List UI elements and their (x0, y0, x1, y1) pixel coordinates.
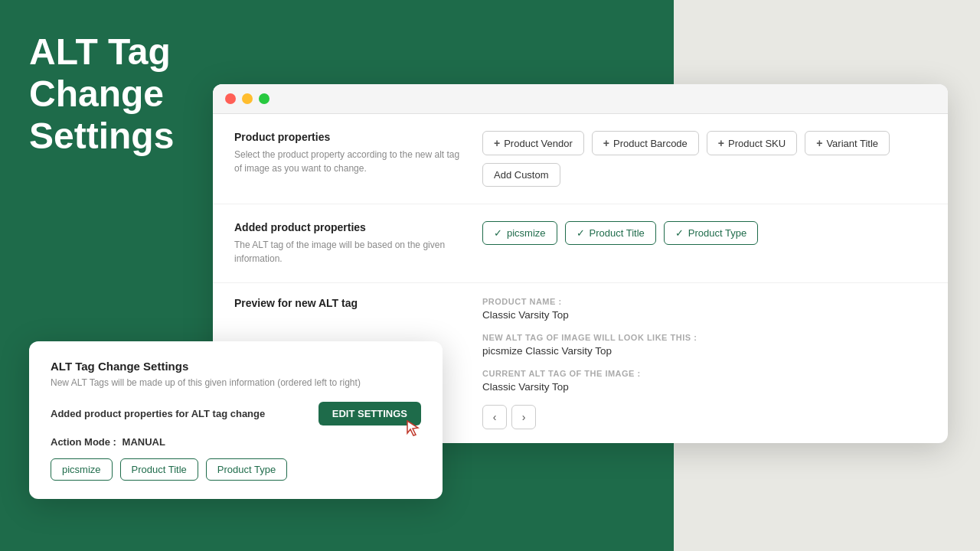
product-name-block: PRODUCT NAME : Classic Varsity Top (482, 297, 926, 321)
maximize-dot[interactable] (259, 93, 270, 104)
card-row-label: Added product properties for ALT tag cha… (51, 408, 265, 419)
product-properties-heading: Product properties (234, 131, 464, 143)
add-product-vendor-button[interactable]: + Product Vendor (482, 131, 584, 155)
add-custom-button[interactable]: Add Custom (482, 163, 560, 187)
overlay-description: New ALT Tags will be made up of this giv… (51, 377, 421, 388)
product-properties-section: Product properties Select the product pr… (213, 114, 948, 204)
preview-heading: Preview for new ALT tag (234, 297, 464, 309)
check-icon: ✓ (577, 227, 585, 239)
overlay-tag-picsmize[interactable]: picsmize (51, 458, 113, 481)
preview-label: Preview for new ALT tag (234, 297, 464, 309)
action-mode-value: MANUAL (122, 436, 165, 448)
added-properties-label: Added product properties The ALT tag of … (234, 221, 464, 266)
action-mode-row: Action Mode : MANUAL (51, 436, 421, 448)
add-product-barcode-button[interactable]: + Product Barcode (592, 131, 699, 155)
check-icon: ✓ (494, 227, 502, 239)
plus-icon: + (603, 137, 609, 149)
current-alt-label: CURRENT ALT TAG OF THE IMAGE : (482, 369, 926, 378)
edit-settings-button[interactable]: EDIT SETTINGS (318, 402, 421, 425)
card-header-row: Added product properties for ALT tag cha… (51, 402, 421, 425)
product-name-label: PRODUCT NAME : (482, 297, 926, 306)
tag-product-title[interactable]: ✓ Product Title (565, 221, 656, 245)
product-properties-description: Select the product property according to… (234, 148, 464, 175)
overlay-title: ALT Tag Change Settings (51, 360, 421, 373)
overlay-tag-product-title[interactable]: Product Title (120, 458, 198, 481)
product-properties-label: Product properties Select the product pr… (234, 131, 464, 175)
new-alt-block: NEW ALT TAG OF IMAGE WILL LOOK LIKE THIS… (482, 333, 926, 357)
pagination: ‹ › (482, 405, 926, 429)
overlay-card: ALT Tag Change Settings New ALT Tags wil… (29, 341, 443, 499)
check-icon: ✓ (675, 227, 684, 239)
tag-picsmize[interactable]: ✓ picsmize (482, 221, 557, 245)
plus-icon: + (494, 137, 500, 149)
overlay-tags-row: picsmize Product Title Product Type (51, 458, 421, 481)
hero-title: ALT Tag Change Settings (29, 31, 228, 158)
current-alt-value: Classic Varsity Top (482, 381, 926, 393)
preview-content: PRODUCT NAME : Classic Varsity Top NEW A… (482, 297, 926, 429)
add-product-sku-button[interactable]: + Product SKU (707, 131, 797, 155)
tag-product-type[interactable]: ✓ Product Type (664, 221, 758, 245)
overlay-tag-product-type[interactable]: Product Type (206, 458, 287, 481)
minimize-dot[interactable] (242, 93, 253, 104)
plus-icon: + (718, 137, 724, 149)
prev-page-button[interactable]: ‹ (482, 405, 507, 429)
added-properties-heading: Added product properties (234, 221, 464, 233)
product-properties-content: + Product Vendor + Product Barcode + Pro… (482, 131, 926, 187)
new-alt-label: NEW ALT TAG OF IMAGE WILL LOOK LIKE THIS… (482, 333, 926, 342)
added-properties-content: ✓ picsmize ✓ Product Title ✓ Product Typ… (482, 221, 926, 245)
new-alt-value: picsmize Classic Varsity Top (482, 345, 926, 357)
add-variant-title-button[interactable]: + Variant Title (805, 131, 890, 155)
current-alt-block: CURRENT ALT TAG OF THE IMAGE : Classic V… (482, 369, 926, 393)
plus-icon: + (816, 137, 822, 149)
product-name-value: Classic Varsity Top (482, 309, 926, 321)
added-properties-description: The ALT tag of the image will be based o… (234, 238, 464, 266)
added-properties-section: Added product properties The ALT tag of … (213, 204, 948, 283)
close-dot[interactable] (225, 93, 236, 104)
next-page-button[interactable]: › (511, 405, 536, 429)
window-chrome (213, 84, 948, 114)
